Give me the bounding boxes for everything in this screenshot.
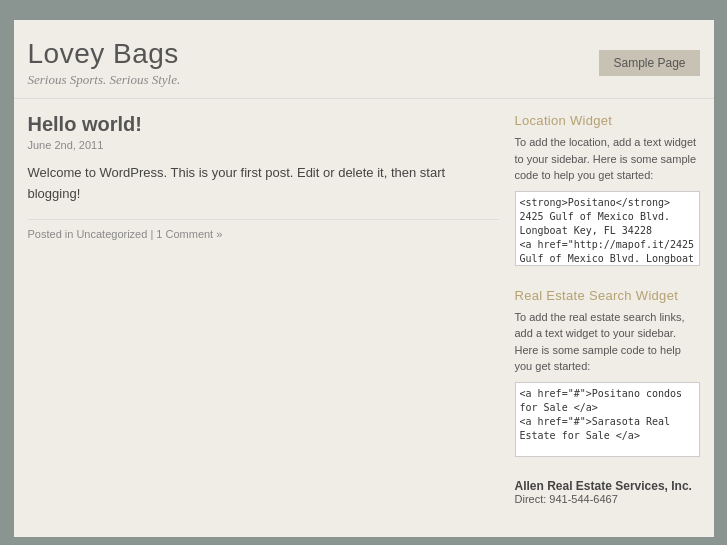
company-phone: Direct: 941-544-6467 xyxy=(515,493,700,505)
site-title: Lovey Bags xyxy=(28,38,181,70)
search-widget-code[interactable] xyxy=(515,382,700,457)
location-widget-description: To add the location, add a text widget t… xyxy=(515,134,700,184)
blog-post: Hello world! June 2nd, 2011 Welcome to W… xyxy=(28,113,499,240)
location-widget: Location Widget To add the location, add… xyxy=(515,113,700,270)
page-wrapper: Lovey Bags Serious Sports. Serious Style… xyxy=(14,20,714,537)
sample-page-button[interactable]: Sample Page xyxy=(599,50,699,76)
search-widget-description: To add the real estate search links, add… xyxy=(515,309,700,375)
search-widget: Real Estate Search Widget To add the rea… xyxy=(515,288,700,461)
site-tagline: Serious Sports. Serious Style. xyxy=(28,72,181,88)
site-branding: Lovey Bags Serious Sports. Serious Style… xyxy=(28,38,181,88)
post-footer: Posted in Uncategorized | 1 Comment » xyxy=(28,219,499,240)
company-info: Allen Real Estate Services, Inc. Direct:… xyxy=(515,479,700,505)
company-name: Allen Real Estate Services, Inc. xyxy=(515,479,700,493)
main-column: Hello world! June 2nd, 2011 Welcome to W… xyxy=(28,113,499,523)
post-content: Welcome to WordPress. This is your first… xyxy=(28,163,499,205)
content-area: Hello world! June 2nd, 2011 Welcome to W… xyxy=(14,99,714,537)
post-title: Hello world! xyxy=(28,113,499,136)
location-widget-code[interactable] xyxy=(515,191,700,266)
post-date: June 2nd, 2011 xyxy=(28,139,499,151)
location-widget-title: Location Widget xyxy=(515,113,700,128)
header: Lovey Bags Serious Sports. Serious Style… xyxy=(14,20,714,99)
search-widget-title: Real Estate Search Widget xyxy=(515,288,700,303)
sidebar: Location Widget To add the location, add… xyxy=(515,113,700,523)
